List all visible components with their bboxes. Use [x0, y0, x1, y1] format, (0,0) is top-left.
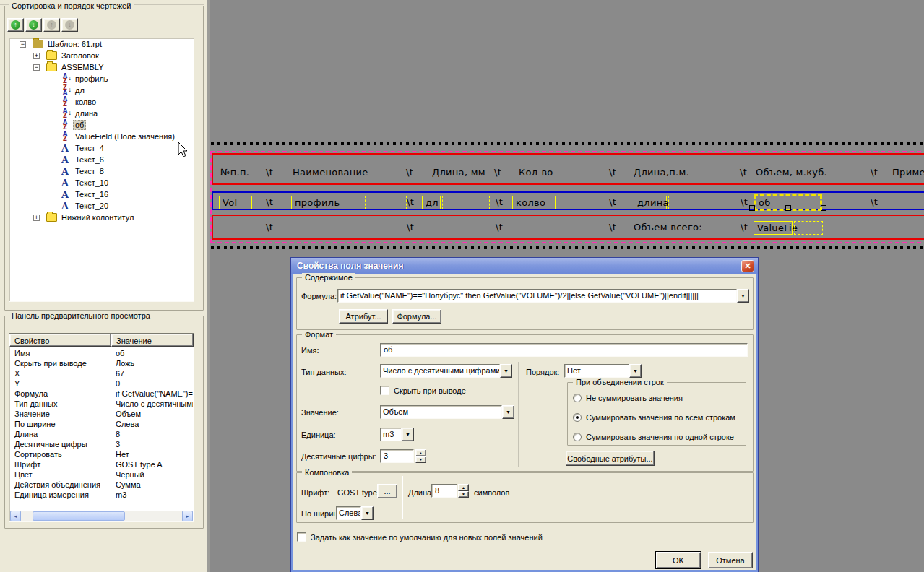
tree-item[interactable]: −ASSEMBLY: [9, 61, 194, 73]
order-value[interactable]: Нет: [564, 364, 629, 378]
tree-item-label[interactable]: профиль: [73, 74, 111, 84]
selection-handle[interactable]: [821, 205, 826, 211]
property-row[interactable]: Имяоб: [10, 349, 193, 359]
property-row[interactable]: Длина8: [10, 430, 193, 440]
report-field[interactable]: дл: [422, 196, 441, 209]
length-field[interactable]: 8: [431, 484, 457, 498]
tree-item-label[interactable]: Шаблон: 61.rpt: [46, 39, 104, 49]
chevron-down-icon[interactable]: ▼: [737, 289, 749, 303]
tree-item-label[interactable]: Текст_4: [73, 143, 106, 153]
chevron-down-icon[interactable]: ▼: [629, 364, 642, 378]
property-row[interactable]: Тип данныхЧисло с десятичными: [10, 399, 193, 410]
chevron-down-icon[interactable]: ▼: [402, 428, 414, 441]
datatype-combobox[interactable]: Число с десятичными цифрами ▼: [380, 364, 512, 378]
report-field[interactable]: ValueFie: [754, 221, 793, 235]
value-combobox[interactable]: Объем ▼: [380, 405, 514, 419]
spinner-up-icon[interactable]: ▲: [415, 449, 426, 456]
tree-expander-icon[interactable]: +: [33, 214, 40, 221]
decimals-field[interactable]: 3: [380, 449, 414, 463]
property-row[interactable]: Единица измеренияm3: [10, 490, 193, 500]
tree-item[interactable]: AZколво: [9, 96, 194, 108]
report-field[interactable]: Vol: [219, 196, 252, 209]
tree-item[interactable]: AZоб: [9, 119, 194, 131]
tree-item-label[interactable]: Заголовок: [59, 51, 101, 61]
tree-item-label[interactable]: дл: [73, 85, 87, 95]
merge-radio[interactable]: [573, 413, 582, 422]
property-row[interactable]: ЗначениеОбъем: [10, 410, 193, 420]
tree-item-label[interactable]: Текст_16: [73, 189, 111, 199]
property-row[interactable]: Y0: [10, 379, 193, 389]
align-combobox[interactable]: Слева ▼: [336, 506, 374, 520]
length-spinner[interactable]: ▲ ▼: [458, 484, 469, 498]
report-field[interactable]: колво: [512, 196, 556, 209]
align-value[interactable]: Слева: [336, 506, 361, 520]
name-field[interactable]: об: [380, 343, 748, 357]
tree-item-label[interactable]: ValueField (Поле значения): [73, 131, 177, 142]
merge-radio-label[interactable]: Суммировать значения по одной строке: [586, 433, 734, 441]
tree-item-label[interactable]: об: [73, 120, 86, 130]
tree-item[interactable]: AТекст_16: [9, 188, 194, 200]
property-grid-hscrollbar[interactable]: ◄ ►: [10, 511, 193, 521]
tree-item[interactable]: AТекст_4: [9, 142, 194, 154]
scrollbar-thumb[interactable]: [33, 511, 125, 521]
set-default-checkbox[interactable]: [297, 532, 306, 542]
tree-item-label[interactable]: Нижний колонтитул: [59, 212, 136, 222]
tree-item[interactable]: AТекст_6: [9, 154, 194, 165]
value-column-header[interactable]: Значение: [111, 334, 194, 347]
formula-value[interactable]: if GetValue("NAME")=="Полубрус" then Get…: [337, 289, 737, 303]
report-field[interactable]: длина: [634, 196, 667, 209]
property-row[interactable]: СортироватьНет: [10, 450, 193, 460]
property-column-header[interactable]: Свойство: [9, 334, 111, 347]
scroll-left-icon[interactable]: ◄: [10, 511, 21, 521]
scroll-right-icon[interactable]: ►: [182, 511, 193, 521]
merge-radio-label[interactable]: Суммировать значения по всем строкам: [586, 413, 735, 422]
tree-item[interactable]: +Нижний колонтитул: [9, 212, 194, 223]
property-row[interactable]: ЦветЧерный: [10, 470, 193, 480]
merge-radio[interactable]: [573, 394, 582, 402]
close-icon[interactable]: ✕: [741, 260, 754, 272]
tree-item-label[interactable]: ASSEMBLY: [59, 62, 106, 72]
tree-expander-icon[interactable]: −: [33, 64, 40, 71]
free-attributes-button[interactable]: Свободные атрибуты...: [566, 451, 655, 466]
formula-button[interactable]: Формула...: [392, 309, 441, 324]
font-browse-button[interactable]: ...: [377, 484, 397, 498]
property-row[interactable]: ШрифтGOST type A: [10, 460, 193, 470]
selection-handle[interactable]: [785, 205, 791, 211]
spinner-up-icon[interactable]: ▲: [458, 484, 469, 491]
tree-expander-icon[interactable]: +: [33, 53, 40, 59]
spinner-down-icon[interactable]: ▼: [415, 456, 426, 464]
spinner-down-icon[interactable]: ▼: [458, 491, 469, 498]
property-row[interactable]: X67: [10, 369, 193, 379]
chevron-down-icon[interactable]: ▼: [502, 405, 514, 419]
ok-button[interactable]: OK: [656, 552, 701, 568]
chevron-down-icon[interactable]: ▼: [361, 506, 374, 520]
tree-item[interactable]: AZ↓длина: [9, 108, 194, 119]
order-combobox[interactable]: Нет ▼: [564, 364, 642, 378]
cancel-button[interactable]: Отмена: [708, 552, 753, 568]
selection-handle[interactable]: [749, 205, 755, 211]
scrollbar-track[interactable]: [21, 511, 182, 521]
property-row[interactable]: Действия объединенияСумма: [10, 480, 193, 490]
tree-item[interactable]: AТекст_20: [9, 200, 194, 212]
merge-radio-label[interactable]: Не суммировать значения: [586, 394, 683, 402]
tree-item-label[interactable]: длина: [73, 108, 100, 118]
dialog-titlebar[interactable]: Свойства поля значения: [291, 258, 758, 274]
tree-item[interactable]: ZA↓дл: [9, 84, 194, 96]
move-up-button[interactable]: ↑: [7, 18, 24, 32]
merge-radio[interactable]: [573, 433, 582, 441]
unit-combobox[interactable]: m3 ▼: [380, 428, 414, 441]
report-field[interactable]: профиль: [291, 196, 363, 209]
tree-item-label[interactable]: Текст_20: [73, 201, 111, 211]
tree-item-label[interactable]: Текст_6: [73, 155, 106, 165]
property-row[interactable]: Формулаif GetValue("NAME")==: [10, 389, 193, 399]
value-value[interactable]: Объем: [380, 405, 502, 419]
property-row[interactable]: По ширинеСлева: [10, 420, 193, 430]
tree-expander-icon[interactable]: −: [20, 41, 26, 48]
property-row[interactable]: Десятичные цифры3: [10, 440, 193, 450]
formula-combobox[interactable]: if GetValue("NAME")=="Полубрус" then Get…: [337, 289, 749, 303]
tree-item[interactable]: AТекст_8: [9, 165, 194, 177]
tree-item[interactable]: AZValueField (Поле значения): [9, 131, 194, 142]
tree-item[interactable]: +Заголовок: [9, 50, 194, 61]
tree-item-label[interactable]: Текст_8: [73, 166, 106, 176]
attribute-button[interactable]: Атрибут...: [339, 309, 388, 324]
